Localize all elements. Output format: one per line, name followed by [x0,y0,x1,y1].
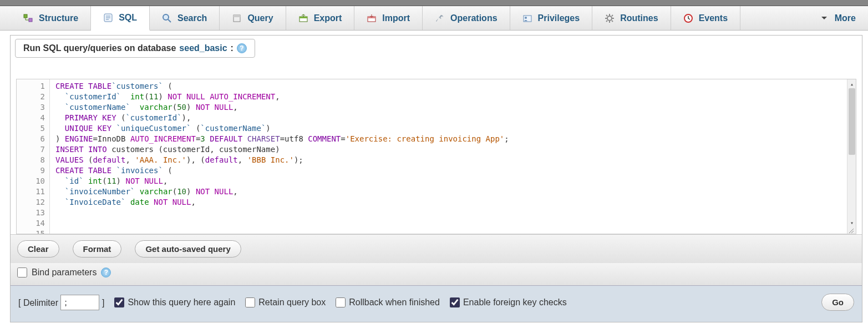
vertical-scrollbar[interactable]: ▴ ▾ [847,79,856,234]
tab-label: Events [699,13,728,23]
line-number: 11 [17,186,49,197]
fk-label: Enable foreign key checks [463,297,567,307]
tab-label: Query [247,13,273,23]
clock-icon [683,13,693,23]
tab-query[interactable]: Query [220,6,286,30]
line-number: 4 [17,113,49,123]
chevron-down-icon [819,13,829,23]
tab-more[interactable]: More [807,6,868,30]
line-number: 10 [17,176,49,186]
panel-title-dbname[interactable]: seed_basic [179,43,227,53]
tab-search[interactable]: Search [150,6,220,30]
wrench-icon [435,13,445,23]
sql-panel: Run SQL query/queries on database seed_b… [10,35,862,322]
retain-label: Retain query box [258,297,326,307]
import-icon [367,13,377,23]
svg-line-19 [612,21,613,22]
line-number-gutter: 123456789101112131415 [17,79,50,234]
line-number: 3 [17,102,49,113]
format-button[interactable]: Format [73,240,122,258]
panel-title: Run SQL query/queries on database seed_b… [15,39,255,58]
rollback-option[interactable]: Rollback when finished [336,297,440,307]
tab-label: Import [382,13,410,23]
tab-label: Operations [450,13,497,23]
structure-icon [23,13,33,23]
svg-point-13 [607,16,612,21]
panel-title-prefix: Run SQL query/queries on database [23,43,176,53]
line-number: 5 [17,123,49,134]
rollback-label: Rollback when finished [349,297,440,307]
autosaved-button[interactable]: Get auto-saved query [135,240,241,258]
footer-bar: [ Delimiter ] Show this query here again… [11,285,862,322]
line-number: 8 [17,155,49,165]
privileges-icon [522,13,532,23]
help-icon[interactable]: ? [237,43,247,53]
code-area[interactable]: CREATE TABLE`customers` ( `customerId` i… [50,79,847,234]
svg-line-20 [606,21,607,22]
retain-checkbox[interactable] [245,297,255,307]
svg-line-21 [612,15,613,16]
rollback-checkbox[interactable] [336,297,346,307]
scroll-down-icon[interactable]: ▾ [847,218,856,227]
line-number: 13 [17,208,49,218]
line-number: 15 [17,229,49,234]
line-number: 14 [17,218,49,229]
panel-title-colon: : [231,43,234,53]
line-number: 2 [17,92,49,102]
svg-point-3 [163,14,169,20]
resize-grip-icon[interactable] [848,227,856,234]
line-number: 7 [17,144,49,155]
bind-parameters-row: Bind parameters ? [11,263,862,285]
retain-option[interactable]: Retain query box [245,297,326,307]
show-again-label: Show this query here again [128,297,235,307]
delimiter-label-open: [ Delimiter [18,297,58,307]
help-icon[interactable]: ? [101,268,111,278]
svg-rect-1 [29,18,32,22]
line-number: 9 [17,165,49,176]
clear-button[interactable]: Clear [17,240,59,258]
tab-export[interactable]: Export [286,6,355,30]
bind-parameters-label: Bind parameters [32,268,97,278]
query-icon [232,13,242,23]
fk-checkbox[interactable] [450,297,460,307]
svg-point-12 [525,17,527,19]
top-tabs: Structure SQL Search Query Export Import [0,6,868,31]
tab-label: SQL [119,13,137,23]
go-button[interactable]: Go [821,294,854,311]
svg-rect-0 [24,14,27,18]
tab-events[interactable]: Events [671,6,740,30]
line-number: 12 [17,197,49,208]
bind-parameters-checkbox[interactable] [17,268,27,278]
line-number: 6 [17,134,49,144]
tab-operations[interactable]: Operations [423,6,510,30]
tab-label: Structure [39,13,78,23]
search-icon [162,13,172,23]
gear-icon [605,13,615,23]
fk-option[interactable]: Enable foreign key checks [450,297,567,307]
svg-line-4 [168,19,171,22]
svg-rect-6 [234,15,240,17]
tab-label: Export [314,13,342,23]
tab-privileges[interactable]: Privileges [510,6,593,30]
delimiter-input[interactable] [60,295,99,310]
sql-icon [103,13,113,23]
tab-label: Search [177,13,207,23]
svg-line-18 [606,15,607,16]
tab-label: Privileges [538,13,580,23]
line-number: 1 [17,81,49,92]
tab-sql[interactable]: SQL [91,6,150,31]
breadcrumb-bar [0,0,868,6]
tab-routines[interactable]: Routines [592,6,671,30]
show-again-checkbox[interactable] [114,297,124,307]
tab-import[interactable]: Import [354,6,423,30]
sql-editor[interactable]: 123456789101112131415 CREATE TABLE`custo… [16,79,856,234]
scroll-up-icon[interactable]: ▴ [847,79,856,88]
tab-label: More [835,13,856,23]
tab-label: Routines [620,13,658,23]
show-again-option[interactable]: Show this query here again [114,297,235,307]
tab-structure[interactable]: Structure [11,6,91,30]
delimiter-group: [ Delimiter ] [18,295,104,310]
scroll-thumb[interactable] [849,88,855,155]
editor-toolbar: Clear Format Get auto-saved query [11,234,862,263]
export-icon [298,13,308,23]
